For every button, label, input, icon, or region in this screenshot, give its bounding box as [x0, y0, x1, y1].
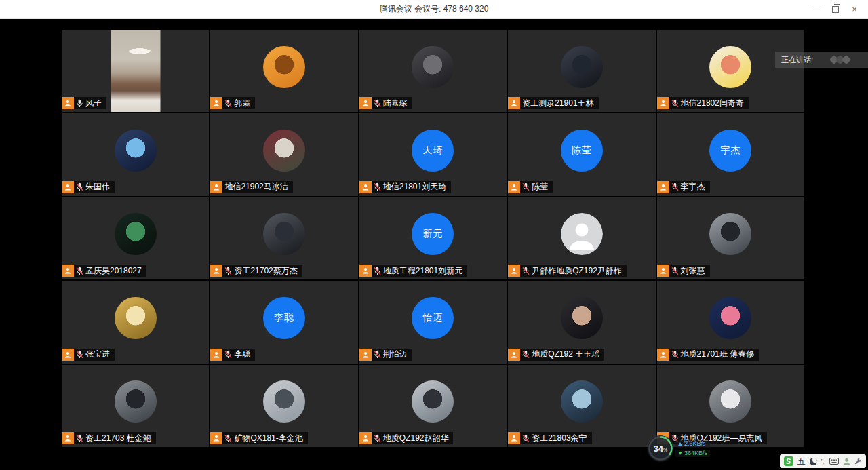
participant-name: 地质工程21801刘新元: [383, 265, 462, 277]
close-button[interactable]: ×: [845, 0, 864, 18]
host-badge-icon: [359, 265, 372, 277]
moon-icon[interactable]: [810, 458, 817, 465]
participant-name: 地信21902马冰洁: [224, 181, 288, 193]
window-controls: ×: [807, 0, 864, 18]
input-mode-label[interactable]: 五: [797, 456, 806, 467]
sogou-logo-icon[interactable]: S: [784, 456, 793, 466]
name-bar: 郭霖: [210, 97, 255, 109]
name-bar: 李聪: [210, 349, 255, 361]
upload-arrow-icon: [678, 442, 682, 446]
title-bar: 腾讯会议 会议号: 478 640 320 ×: [0, 0, 868, 19]
minimize-button[interactable]: [807, 0, 826, 18]
participant-tile[interactable]: 宇杰 李宇杰: [657, 113, 804, 195]
host-badge-icon: [657, 265, 669, 277]
host-badge-icon: [62, 432, 74, 444]
keyboard-icon[interactable]: [829, 458, 839, 465]
participant-tile[interactable]: 资工21703 杜金鲍: [62, 365, 209, 447]
participant-avatar: [115, 297, 157, 339]
participant-tile[interactable]: 地信21902马冰洁: [210, 113, 357, 195]
participant-name: 地信21802闫奇奇: [681, 98, 744, 109]
participant-avatar: [115, 380, 157, 423]
host-badge-icon: [62, 181, 74, 193]
participant-tile[interactable]: 新元 地质工程21801刘新元: [359, 197, 507, 279]
participant-name: 陈莹: [532, 181, 548, 193]
network-stats: 2.6KB/s 364KB/s: [675, 440, 710, 457]
host-badge-icon: [359, 432, 372, 444]
participant-name: 郭霖: [234, 98, 250, 109]
participant-tile[interactable]: 陈莹 陈莹: [508, 113, 655, 195]
restore-button[interactable]: [826, 0, 845, 18]
participant-name: 资工21803余宁: [532, 433, 587, 444]
mic-icon: [671, 99, 679, 108]
participant-tile[interactable]: 怡迈 荆怡迈: [359, 281, 507, 363]
host-badge-icon: [210, 97, 222, 109]
participant-tile[interactable]: 地质21701班 薄春修: [657, 281, 804, 363]
participant-avatar: [115, 130, 157, 172]
participant-tile[interactable]: 朱国伟: [62, 113, 209, 195]
participant-tile[interactable]: 风子: [62, 30, 209, 112]
host-badge-icon: [359, 97, 372, 109]
participant-tile[interactable]: 刘张慧: [657, 197, 804, 279]
name-bar: 陈莹: [508, 181, 553, 193]
name-bar: 地质21701班 薄春修: [657, 349, 760, 361]
participant-name: 孟庆昊2018027: [85, 265, 142, 277]
participant-tile[interactable]: 矿物QX181-李金池: [210, 365, 357, 447]
wrench-icon[interactable]: [854, 458, 862, 465]
host-badge-icon: [210, 432, 222, 444]
host-badge-icon: [508, 349, 520, 361]
participant-tile[interactable]: 陆嘉琛: [359, 30, 507, 112]
participant-name: 李宇杰: [681, 181, 705, 193]
participant-tile[interactable]: 天琦 地信21801刘天琦: [359, 113, 507, 195]
mic-icon: [671, 350, 679, 359]
participant-tile[interactable]: 孟庆昊2018027: [62, 197, 209, 279]
mic-icon: [374, 350, 381, 359]
performance-overlay[interactable]: 34% 2.6KB/s 364KB/s: [648, 435, 710, 461]
punctuation-icon[interactable]: ’,: [821, 458, 826, 465]
participant-tile[interactable]: 尹舒柞地质QZ192尹舒柞: [508, 197, 655, 279]
participant-name: 朱国伟: [85, 181, 110, 193]
participant-avatar: [263, 213, 305, 255]
participant-avatar: 陈莹: [561, 130, 603, 172]
participant-video: [111, 30, 160, 112]
upload-speed: 2.6KB/s: [684, 441, 706, 447]
participant-tile[interactable]: 资工21702蔡万杰: [210, 197, 357, 279]
participant-avatar: [412, 46, 454, 88]
mic-icon: [522, 267, 530, 275]
participant-tile[interactable]: 地质QZ192 王玉瑶: [508, 281, 655, 363]
participant-tile[interactable]: 张宝进: [62, 281, 209, 363]
participant-avatar: [561, 46, 603, 88]
participant-avatar: [709, 213, 751, 255]
user-icon[interactable]: [843, 458, 850, 465]
host-badge-icon: [657, 181, 669, 193]
host-badge-icon: [508, 265, 520, 277]
participant-avatar: [709, 380, 751, 423]
participant-tile[interactable]: 地信21802闫奇奇: [657, 30, 804, 112]
host-badge-icon: [508, 97, 520, 109]
participant-name: 李聪: [234, 349, 250, 360]
participant-avatar: [412, 380, 454, 423]
host-badge-icon: [62, 349, 74, 361]
participant-avatar: [263, 130, 305, 172]
participant-tile[interactable]: 资工测录21901王林: [508, 30, 655, 112]
participant-tile[interactable]: 地质QZ192班—易志凤: [657, 365, 804, 447]
host-badge-icon: [508, 181, 520, 193]
mic-icon: [76, 182, 83, 191]
participant-name: 陆嘉琛: [383, 98, 408, 109]
participant-tile[interactable]: 地质QZ192赵韶华: [359, 365, 507, 447]
participant-tile[interactable]: 资工21803余宁: [508, 365, 655, 447]
mic-icon: [224, 350, 232, 359]
name-bar: 荆怡迈: [359, 349, 412, 361]
participant-tile[interactable]: 李聪 李聪: [210, 281, 357, 363]
participant-name: 资工21703 杜金鲍: [85, 433, 151, 444]
participant-name: 矿物QX181-李金池: [234, 433, 302, 444]
participant-name: 地质QZ192赵韶华: [383, 433, 449, 444]
name-bar: 矿物QX181-李金池: [210, 432, 307, 444]
mic-icon: [76, 267, 83, 275]
name-bar: 地质QZ192赵韶华: [359, 432, 454, 444]
download-arrow-icon: [678, 452, 682, 455]
restore-icon: [832, 6, 839, 13]
mic-icon: [374, 434, 381, 443]
name-bar: 尹舒柞地质QZ192尹舒柞: [508, 265, 627, 277]
participant-tile[interactable]: 郭霖: [210, 30, 357, 112]
mic-icon: [522, 434, 530, 443]
